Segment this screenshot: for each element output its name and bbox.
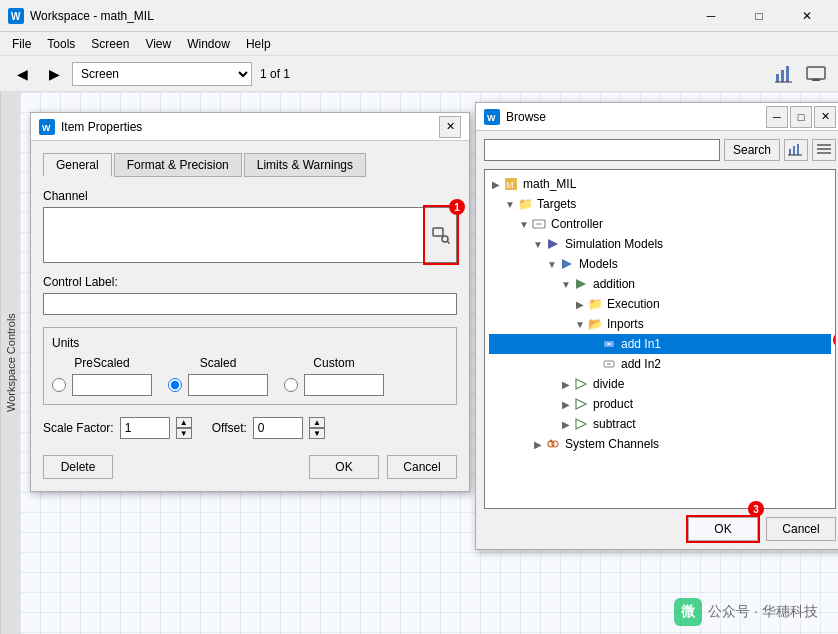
menu-help[interactable]: Help [238, 35, 279, 53]
tree-node-add-in1[interactable]: add In1 2 [489, 334, 831, 354]
offset-down-button[interactable]: ▼ [309, 428, 325, 439]
scale-up-button[interactable]: ▲ [176, 417, 192, 428]
back-button[interactable]: ◀ [8, 60, 36, 88]
tree-node-divide[interactable]: ▶ divide [489, 374, 831, 394]
menu-file[interactable]: File [4, 35, 39, 53]
browse-ok-button[interactable]: OK [688, 517, 758, 541]
tree-node-sim-models[interactable]: ▼ Simulation Models [489, 234, 831, 254]
svg-marker-34 [576, 379, 586, 389]
scaled-inputs [168, 374, 268, 396]
tree-label-models: Models [579, 257, 618, 271]
scale-factor-label: Scale Factor: [43, 421, 114, 435]
tree-node-addition[interactable]: ▼ addition [489, 274, 831, 294]
tree-icon-inports: 📂 [587, 316, 603, 332]
scaled-radio[interactable] [168, 378, 182, 392]
scaled-input[interactable] [188, 374, 268, 396]
svg-rect-16 [789, 149, 791, 155]
browse-close-button[interactable]: ✕ [814, 106, 836, 128]
browse-minimize-button[interactable]: ─ [766, 106, 788, 128]
scaled-label: Scaled [168, 356, 268, 370]
tree-node-product[interactable]: ▶ product [489, 394, 831, 414]
offset-input[interactable]: 0 [253, 417, 303, 439]
maximize-button[interactable]: □ [736, 0, 782, 32]
tree-icon-math-mil: M [503, 176, 519, 192]
browse-tree[interactable]: ▶ M math_MIL ▼ 📁 Targets ▼ [484, 169, 836, 509]
browse-chart-button[interactable] [784, 139, 808, 161]
expand-icon-product: ▶ [559, 399, 573, 410]
tree-icon-addition [573, 276, 589, 292]
tree-node-math-mil[interactable]: ▶ M math_MIL [489, 174, 831, 194]
offset-spinner: ▲ ▼ [309, 417, 325, 439]
browse-list-button[interactable] [812, 139, 836, 161]
dialog-controls: ✕ [439, 116, 461, 138]
scale-group: Scale Factor: 1 ▲ ▼ [43, 417, 192, 439]
tree-label-divide: divide [593, 377, 624, 391]
tree-icon-targets: 📁 [517, 196, 533, 212]
browse-title-bar[interactable]: W Browse ─ □ ✕ [476, 103, 838, 131]
workspace-controls-tab[interactable]: Workspace Controls [0, 92, 20, 634]
item-properties-title-bar[interactable]: W Item Properties ✕ [31, 113, 469, 141]
custom-radio[interactable] [284, 378, 298, 392]
display-button[interactable] [802, 60, 830, 88]
minimize-button[interactable]: ─ [688, 0, 734, 32]
tree-node-inports[interactable]: ▼ 📂 Inports [489, 314, 831, 334]
control-label-input[interactable] [43, 293, 457, 315]
browse-maximize-button[interactable]: □ [790, 106, 812, 128]
prescaled-radio[interactable] [52, 378, 66, 392]
menu-window[interactable]: Window [179, 35, 238, 53]
scale-down-button[interactable]: ▼ [176, 428, 192, 439]
offset-group: Offset: 0 ▲ ▼ [212, 417, 325, 439]
tab-format-precision[interactable]: Format & Precision [114, 153, 242, 177]
channel-browse-button[interactable] [425, 207, 457, 263]
custom-inputs [284, 374, 384, 396]
svg-rect-4 [786, 66, 789, 82]
delete-button[interactable]: Delete [43, 455, 113, 479]
item-properties-body: General Format & Precision Limits & Warn… [31, 141, 469, 491]
annotation-1: 1 [449, 199, 465, 215]
expand-icon-sim: ▼ [531, 239, 545, 250]
menu-view[interactable]: View [137, 35, 179, 53]
tab-bar: General Format & Precision Limits & Warn… [43, 153, 457, 177]
tree-node-subtract[interactable]: ▶ subtract [489, 414, 831, 434]
custom-input[interactable] [304, 374, 384, 396]
scale-spinner: ▲ ▼ [176, 417, 192, 439]
tree-node-targets[interactable]: ▼ 📁 Targets [489, 194, 831, 214]
menu-screen[interactable]: Screen [83, 35, 137, 53]
tree-node-add-in2[interactable]: add In2 [489, 354, 831, 374]
svg-marker-27 [548, 239, 558, 249]
expand-icon-addition: ▼ [559, 279, 573, 290]
tree-node-models[interactable]: ▼ Models [489, 254, 831, 274]
tree-label-sys-channels: System Channels [565, 437, 659, 451]
tab-limits-warnings[interactable]: Limits & Warnings [244, 153, 366, 177]
browse-cancel-button[interactable]: Cancel [766, 517, 836, 541]
svg-text:M: M [506, 180, 514, 190]
item-properties-close-button[interactable]: ✕ [439, 116, 461, 138]
channel-row: 1 [43, 207, 457, 263]
prescaled-input[interactable] [72, 374, 152, 396]
cancel-button[interactable]: Cancel [387, 455, 457, 479]
close-button[interactable]: ✕ [784, 0, 830, 32]
tab-general[interactable]: General [43, 153, 112, 177]
app-icon: W [8, 8, 24, 24]
expand-icon-inports: ▼ [573, 319, 587, 330]
channel-input[interactable] [43, 207, 425, 263]
chart-button[interactable] [770, 60, 798, 88]
workspace[interactable]: W Item Properties ✕ General Format & Pre… [20, 92, 838, 634]
forward-button[interactable]: ▶ [40, 60, 68, 88]
ok-button[interactable]: OK [309, 455, 379, 479]
tree-node-execution[interactable]: ▶ 📁 Execution [489, 294, 831, 314]
expand-icon-execution: ▶ [573, 299, 587, 310]
browse-search-input[interactable] [484, 139, 720, 161]
tree-node-controller[interactable]: ▼ Controller [489, 214, 831, 234]
scale-factor-input[interactable]: 1 [120, 417, 170, 439]
menu-tools[interactable]: Tools [39, 35, 83, 53]
window-controls: ─ □ ✕ [688, 0, 830, 32]
scaled-col: Scaled [168, 356, 268, 396]
tree-label-addition: addition [593, 277, 635, 291]
tree-node-sys-channels[interactable]: ▶ System Channels [489, 434, 831, 454]
screen-select[interactable]: Screen [72, 62, 252, 86]
browse-search-button[interactable]: Search [724, 139, 780, 161]
offset-up-button[interactable]: ▲ [309, 417, 325, 428]
channel-group: Channel 1 [43, 189, 457, 263]
custom-col: Custom [284, 356, 384, 396]
